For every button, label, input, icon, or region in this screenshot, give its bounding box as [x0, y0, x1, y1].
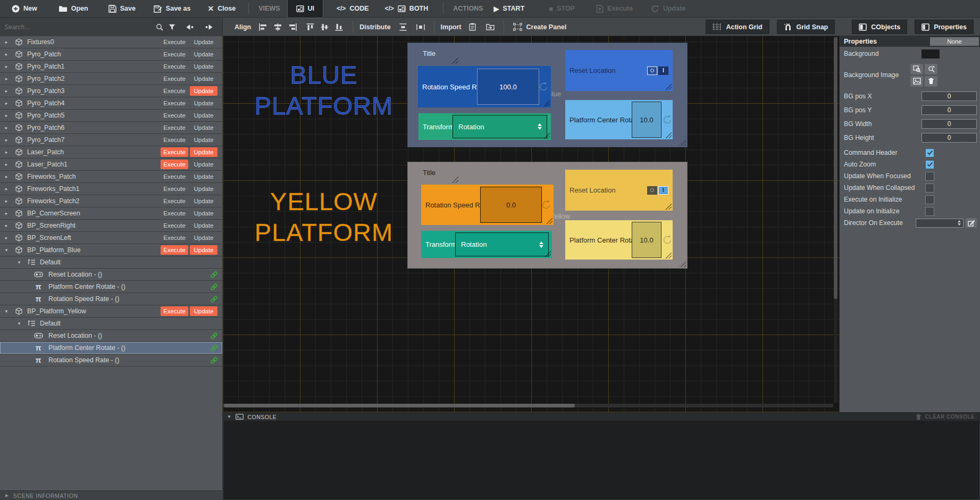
tree-param-row-selected[interactable]: πPlatform Center Rotate - ()	[0, 342, 222, 354]
execute-button[interactable]: Execute	[161, 196, 188, 206]
tree-row[interactable]: ▸Pyro_Patch5ExecuteUpdate	[0, 110, 222, 122]
director-dropdown[interactable]	[916, 219, 964, 228]
resize-handle[interactable]	[665, 132, 672, 138]
transform-dropdown[interactable]: Rotation	[455, 232, 549, 256]
toggle-off-icon[interactable]	[647, 186, 657, 195]
history-back-icon[interactable]	[185, 24, 194, 30]
align-center-horizontal-icon[interactable]	[273, 23, 282, 31]
start-button[interactable]: ▶ START	[494, 0, 525, 18]
tree-group-row[interactable]: ▾Default	[0, 318, 222, 330]
chevron-down-icon[interactable]: ▾	[13, 260, 26, 265]
chevron-right-icon[interactable]: ▸	[0, 198, 13, 204]
execute-button[interactable]: Execute	[161, 123, 188, 132]
link-icon[interactable]	[210, 295, 218, 303]
execute-button[interactable]: Execute	[161, 160, 188, 169]
edit-icon[interactable]	[966, 218, 977, 228]
open-button[interactable]: Open	[58, 0, 88, 18]
update-button[interactable]: Update	[190, 209, 217, 218]
command-header-checkbox[interactable]	[925, 148, 934, 157]
tree-param-row[interactable]: Reset Location - ()	[0, 330, 222, 342]
execute-button[interactable]: Execute	[161, 147, 188, 157]
properties-button[interactable]: Properties	[915, 20, 974, 34]
tree-param-row[interactable]: πRotation Speed Rate - ()	[0, 354, 222, 366]
chevron-right-icon[interactable]: ▸	[0, 101, 13, 106]
bg-height-input[interactable]: 0	[922, 133, 977, 143]
trash-icon[interactable]	[925, 76, 937, 87]
tree-row[interactable]: ▸Pyro_Patch7ExecuteUpdate	[0, 134, 222, 146]
update-button[interactable]: Update	[190, 86, 217, 96]
panel-title[interactable]: Title	[423, 169, 435, 177]
tree-row[interactable]: ▸Fixtures0ExecuteUpdate	[0, 36, 222, 48]
bg-pos-x-input[interactable]: 0	[922, 91, 977, 101]
resize-handle[interactable]	[665, 84, 672, 90]
panel-title[interactable]: Title	[423, 49, 435, 57]
chevron-right-icon[interactable]: ▸	[0, 186, 13, 191]
chevron-right-icon[interactable]: ▸	[0, 149, 13, 155]
align-middle-vertical-icon[interactable]	[320, 23, 329, 31]
execute-button[interactable]: Execute	[161, 86, 188, 96]
chevron-right-icon[interactable]: ▸	[0, 162, 13, 167]
tree-param-row[interactable]: πRotation Speed Rate - ()	[0, 293, 222, 305]
execute-button[interactable]: Execute	[161, 306, 188, 316]
title-resize-handle[interactable]	[450, 56, 458, 64]
chevron-right-icon[interactable]: ▸	[0, 39, 13, 45]
transform-widget[interactable]: Transform Rotation	[421, 231, 552, 258]
ui-editor-canvas[interactable]: BLUE PLATFORM YELLOW PLATFORM Title Blue…	[223, 36, 839, 412]
update-button[interactable]: Update	[190, 135, 217, 145]
create-panel-icon[interactable]	[513, 23, 522, 31]
grid-snap-button[interactable]: Grid Snap	[777, 20, 835, 34]
tree-row[interactable]: ▸Pyro_Patch6ExecuteUpdate	[0, 122, 222, 134]
resize-handle[interactable]	[543, 100, 550, 106]
update-button[interactable]: Update	[190, 98, 217, 108]
value-box[interactable]: 0.0	[480, 187, 542, 223]
toggle-on-icon[interactable]: I	[658, 66, 668, 75]
toggle-on-icon[interactable]: I	[658, 186, 668, 195]
scrollbar-thumb[interactable]	[224, 404, 575, 407]
execute-button[interactable]: Execute	[161, 172, 188, 181]
chevron-right-icon[interactable]: ▸	[0, 52, 13, 57]
tree-row[interactable]: ▾BP_Platform_YellowExecuteUpdate	[0, 305, 222, 318]
execute-button[interactable]: Execute	[161, 135, 188, 145]
console-header[interactable]: ▼ CONSOLE CLEAR CONSOLE	[223, 412, 980, 421]
rotation-speed-rate-widget[interactable]: Rotation Speed Rate 100.0	[418, 66, 551, 107]
distribute-vertical-icon[interactable]	[399, 23, 407, 31]
chevron-down-icon[interactable]: ▾	[0, 309, 13, 314]
panel-resize-handle[interactable]	[679, 260, 686, 267]
tree-row[interactable]: ▸BP_CornerScreenExecuteUpdate	[0, 207, 222, 220]
title-resize-handle[interactable]	[450, 175, 458, 183]
execute-button[interactable]: Execute	[161, 62, 188, 71]
execute-button[interactable]: Execute	[161, 245, 188, 255]
vertical-scrollbar[interactable]	[834, 37, 837, 403]
tree-group-row[interactable]: ▾Default	[0, 256, 222, 269]
panel-resize-handle[interactable]	[679, 138, 686, 146]
chevron-right-icon[interactable]: ▸	[0, 137, 13, 143]
execute-button[interactable]: Execute	[161, 74, 188, 84]
chevron-right-icon[interactable]: ▸	[0, 76, 13, 81]
reset-location-widget[interactable]: Reset Location I	[565, 170, 673, 211]
bg-pos-y-input[interactable]: 0	[922, 105, 977, 115]
update-when-focused-checkbox[interactable]	[925, 172, 934, 181]
reset-location-widget[interactable]: Reset Location I	[565, 50, 673, 91]
background-color-swatch[interactable]	[922, 49, 940, 59]
action-grid-button[interactable]: Action Grid	[706, 20, 769, 34]
execute-button[interactable]: Execute	[161, 209, 188, 218]
create-panel-label[interactable]: Create Panel	[526, 23, 566, 31]
update-when-collapsed-checkbox[interactable]	[925, 184, 934, 193]
close-button[interactable]: ✕ Close	[207, 0, 236, 18]
distribute-horizontal-icon[interactable]	[416, 23, 425, 31]
link-icon[interactable]	[210, 356, 218, 364]
platform-center-rotate-widget[interactable]: Platform Center Rotate 10.0	[565, 100, 673, 139]
execute-button[interactable]: Execute	[161, 98, 188, 108]
value-box[interactable]: 10.0	[632, 102, 661, 138]
tree-row[interactable]: ▸Fireworks_Patch1ExecuteUpdate	[0, 183, 222, 195]
update-button[interactable]: Update	[190, 147, 217, 157]
value-box[interactable]: 100.0	[477, 69, 539, 105]
tree-row[interactable]: ▸Pyro_Patch2ExecuteUpdate	[0, 73, 222, 85]
new-button[interactable]: New	[12, 0, 37, 18]
update-button[interactable]: Update	[190, 123, 217, 132]
console-body[interactable]	[223, 421, 980, 500]
none-button[interactable]: None	[930, 37, 979, 46]
align-left-icon[interactable]	[259, 23, 268, 31]
update-button[interactable]: Update	[190, 160, 217, 169]
execute-button[interactable]: Execute	[161, 184, 188, 194]
